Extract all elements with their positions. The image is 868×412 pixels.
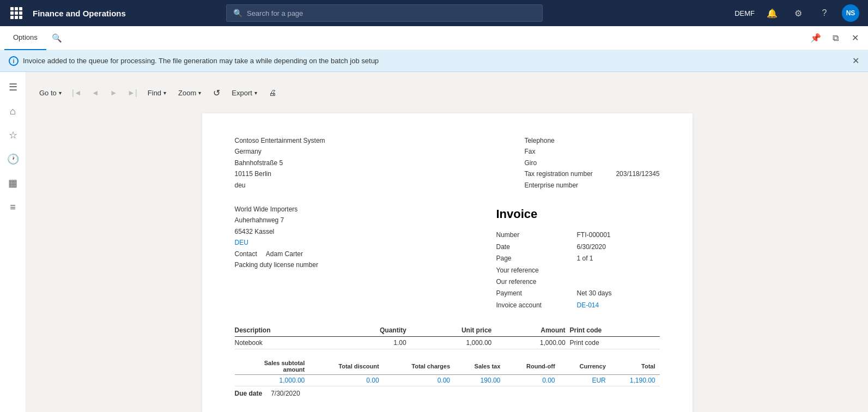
left-sidebar: ☰ ⌂ ☆ 🕐 ▦ ≡ xyxy=(0,72,26,412)
enterprise-row: Enterprise number xyxy=(524,180,659,191)
invoice-summary-table: Sales subtotalamount Total discount Tota… xyxy=(235,358,660,386)
invoice-details: Invoice Number FTI-000001 Date 6/30/2020… xyxy=(496,204,660,311)
summary-sales-subtotal: 1,000.00 xyxy=(235,375,309,386)
seller-street: Bahnhofstraße 5 xyxy=(235,157,325,168)
due-date-label: Due date xyxy=(235,390,263,397)
buyer-street: Auherhahnweg 7 xyxy=(235,215,318,226)
tax-reg-row: Tax registration number 203/118/12345 xyxy=(524,168,659,179)
seller-address: Contoso Entertainment System Germany Bah… xyxy=(235,135,325,191)
summary-row: 1,000.00 0.00 0.00 190.00 0.00 EUR 1,190… xyxy=(235,375,660,386)
summary-currency: EUR xyxy=(560,375,610,386)
banner-close-button[interactable]: ✕ xyxy=(852,56,859,66)
export-chevron-icon: ▾ xyxy=(254,90,257,96)
search-icon: 🔍 xyxy=(233,9,242,17)
nav-next-button[interactable]: ► xyxy=(106,85,122,100)
nav-first-button[interactable]: |◄ xyxy=(69,85,84,100)
pin-icon[interactable]: 📌 xyxy=(807,29,824,47)
zoom-button[interactable]: Zoom ▾ xyxy=(174,87,205,99)
export-button[interactable]: Export ▾ xyxy=(227,87,262,99)
top-nav: Finance and Operations 🔍 DEMF 🔔 ⚙ ? NS xyxy=(0,0,868,26)
row-description: Notebook xyxy=(235,337,335,349)
fax-row: Fax xyxy=(524,146,659,157)
settings-button[interactable]: ⚙ xyxy=(790,4,807,22)
summary-total: 1,190.00 xyxy=(610,375,660,386)
date-label: Date xyxy=(496,241,573,252)
telephone-row: Telephone xyxy=(524,135,659,146)
sidebar-icon-menu[interactable]: ☰ xyxy=(2,76,24,98)
summary-total-discount: 0.00 xyxy=(309,375,383,386)
col-total-charges: Total charges xyxy=(384,358,454,375)
due-date-section: Due date 7/30/2020 xyxy=(235,390,660,397)
col-print-code: Print code xyxy=(570,324,660,337)
buyer-country-link[interactable]: DEU xyxy=(235,239,248,246)
inv-account-value[interactable]: DE-014 xyxy=(577,300,599,311)
global-search-input[interactable] xyxy=(247,9,536,17)
row-quantity: 1.00 xyxy=(335,337,411,349)
number-value: FTI-000001 xyxy=(577,229,611,240)
buyer-address: World Wide Importers Auherhahnweg 7 6543… xyxy=(235,204,318,311)
fax-label: Fax xyxy=(524,146,611,157)
global-search-bar[interactable]: 🔍 xyxy=(226,4,543,22)
seller-city: 10115 Berlin xyxy=(235,168,325,179)
tax-reg-value: 203/118/12345 xyxy=(616,168,659,179)
company-header-section: Contoso Entertainment System Germany Bah… xyxy=(235,135,660,191)
close-icon[interactable]: ✕ xyxy=(846,29,864,47)
nav-last-button[interactable]: ►| xyxy=(125,85,140,100)
main-area: ☰ ⌂ ☆ 🕐 ▦ ≡ Go to ▾ |◄ ◄ ► ►| Find ▾ Zoo… xyxy=(0,72,868,412)
environment-label: DEMF xyxy=(735,9,755,17)
goto-chevron-icon: ▾ xyxy=(59,90,62,96)
grid-menu-button[interactable] xyxy=(9,5,24,21)
col-sales-tax: Sales tax xyxy=(454,358,505,375)
notifications-button[interactable]: 🔔 xyxy=(763,4,781,22)
options-tab[interactable]: Options xyxy=(4,26,46,50)
page-label: Page xyxy=(496,253,573,264)
toolbar-search-button[interactable]: 🔍 xyxy=(48,29,66,47)
find-button[interactable]: Find ▾ xyxy=(143,87,171,99)
col-currency: Currency xyxy=(560,358,610,375)
row-print-code: Print code xyxy=(570,337,660,349)
info-banner: i Invoice added to the queue for process… xyxy=(0,50,868,72)
row-unit-price: 1,000.00 xyxy=(411,337,496,349)
table-row: Notebook 1.00 1,000.00 1,000.00 Print co… xyxy=(235,337,660,349)
summary-total-charges: 0.00 xyxy=(384,375,454,386)
tax-reg-label: Tax registration number xyxy=(524,168,611,179)
toolbar-right-actions: 📌 ⧉ ✕ xyxy=(807,29,864,47)
report-toolbar: Go to ▾ |◄ ◄ ► ►| Find ▾ Zoom ▾ ↺ Export… xyxy=(35,81,859,105)
grid-icon xyxy=(10,7,22,19)
goto-button[interactable]: Go to ▾ xyxy=(35,87,66,99)
col-round-off: Round-off xyxy=(505,358,559,375)
date-row: Date 6/30/2020 xyxy=(496,241,660,252)
our-ref-row: Our reference xyxy=(496,276,660,287)
top-nav-right: DEMF 🔔 ⚙ ? NS xyxy=(735,4,859,22)
giro-row: Giro xyxy=(524,157,659,168)
seller-country: Germany xyxy=(235,146,325,157)
contact-row: Contact Adam Carter xyxy=(235,249,318,259)
seller-lang: deu xyxy=(235,180,325,191)
contact-label: Contact xyxy=(235,249,257,259)
inv-account-row: Invoice account DE-014 xyxy=(496,300,660,311)
col-total-discount: Total discount xyxy=(309,358,383,375)
summary-round-off: 0.00 xyxy=(505,375,559,386)
buyer-city: 65432 Kassel xyxy=(235,226,318,237)
popout-icon[interactable]: ⧉ xyxy=(827,29,844,47)
sidebar-item-home[interactable]: ⌂ xyxy=(2,100,24,122)
nav-prev-button[interactable]: ◄ xyxy=(88,85,103,100)
toolbar-row: Options 🔍 📌 ⧉ ✕ xyxy=(0,26,868,50)
payment-row: Payment Net 30 days xyxy=(496,288,660,299)
col-sales-subtotal: Sales subtotalamount xyxy=(235,358,309,375)
invoice-document: Contoso Entertainment System Germany Bah… xyxy=(202,113,693,412)
page-value: 1 of 1 xyxy=(577,253,593,264)
print-button[interactable]: 🖨 xyxy=(265,85,280,100)
sidebar-item-modules[interactable]: ≡ xyxy=(2,196,24,218)
sidebar-item-favorites[interactable]: ☆ xyxy=(2,124,24,146)
payment-label: Payment xyxy=(496,288,573,299)
sidebar-item-recent[interactable]: 🕐 xyxy=(2,148,24,170)
sidebar-item-workspaces[interactable]: ▦ xyxy=(2,172,24,194)
your-ref-label: Your reference xyxy=(496,265,573,276)
user-avatar[interactable]: NS xyxy=(842,4,859,22)
help-button[interactable]: ? xyxy=(816,4,833,22)
col-total: Total xyxy=(610,358,660,375)
row-amount: 1,000.00 xyxy=(496,337,569,349)
refresh-button[interactable]: ↺ xyxy=(209,85,224,100)
summary-sales-tax: 190.00 xyxy=(454,375,505,386)
